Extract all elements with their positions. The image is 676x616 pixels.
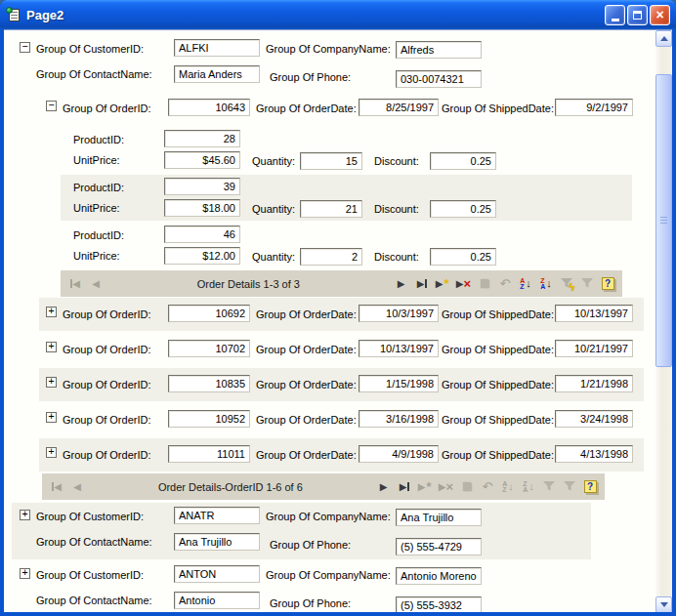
order-id-input[interactable] — [168, 410, 250, 428]
save-floppy-icon — [479, 278, 491, 289]
previous-record-button[interactable]: ◀ — [89, 275, 103, 293]
help-button[interactable]: ? — [583, 478, 597, 496]
order-id-label: Group Of OrderID: — [63, 308, 150, 320]
contact-name-input[interactable] — [174, 65, 260, 83]
scroll-down-button[interactable] — [655, 596, 672, 612]
order-date-input[interactable] — [359, 99, 439, 116]
next-record-button[interactable]: ▶ — [395, 275, 408, 293]
order-group-row: + Group Of OrderID: Group Of OrderDate: … — [4, 332, 655, 367]
delete-record-button[interactable]: ▶× — [456, 275, 471, 293]
customer-id-input[interactable] — [174, 507, 260, 524]
collapse-customer-button[interactable]: − — [20, 42, 30, 53]
shipped-date-input[interactable] — [555, 340, 633, 357]
product-id-input[interactable] — [164, 130, 240, 147]
shipped-date-input[interactable] — [555, 445, 633, 463]
discount-input[interactable] — [430, 248, 496, 266]
company-name-input[interactable] — [396, 41, 482, 59]
order-id-input[interactable] — [168, 340, 250, 357]
order-date-input[interactable] — [359, 410, 439, 428]
unit-price-input[interactable] — [164, 199, 240, 217]
company-name-input[interactable] — [396, 509, 482, 526]
shipped-date-input[interactable] — [555, 375, 633, 392]
quantity-label: Quantity: — [252, 251, 295, 263]
company-name-input[interactable] — [396, 567, 482, 585]
phone-input[interactable] — [396, 538, 482, 555]
customer-id-input[interactable] — [174, 565, 260, 583]
last-record-button[interactable]: ▶ — [415, 275, 429, 293]
order-date-input[interactable] — [359, 445, 439, 463]
filter-toggle-button[interactable] — [563, 478, 576, 496]
phone-input[interactable] — [396, 70, 482, 88]
expand-customer-button[interactable]: + — [20, 510, 30, 520]
expand-order-button[interactable]: + — [46, 342, 57, 352]
scrollbar-thumb[interactable] — [655, 74, 672, 367]
sort-ascending-button[interactable]: AZ ↓ — [501, 478, 515, 496]
order-id-input[interactable] — [168, 445, 250, 463]
order-id-input[interactable] — [168, 99, 250, 116]
discount-input[interactable] — [430, 152, 496, 170]
next-record-button[interactable]: ▶ — [377, 478, 391, 496]
unit-price-input[interactable] — [164, 151, 240, 169]
quantity-input[interactable] — [300, 200, 362, 218]
expand-order-button[interactable]: + — [46, 307, 57, 317]
order-id-label: Group Of OrderID: — [63, 344, 150, 355]
page-body: − Group Of CustomerID: Group Of CompanyN… — [4, 29, 672, 612]
expand-order-button[interactable]: + — [46, 412, 57, 423]
product-id-input[interactable] — [164, 226, 240, 243]
maximize-button[interactable] — [627, 5, 648, 25]
new-record-star-icon: * — [444, 277, 449, 290]
shipped-date-label: Group Of ShippedDate: — [442, 379, 554, 390]
order-date-input[interactable] — [359, 375, 439, 392]
order-id-input[interactable] — [168, 375, 250, 392]
filter-by-selection-button[interactable] — [542, 478, 556, 496]
first-record-button[interactable]: ◀ — [68, 275, 82, 293]
quantity-input[interactable] — [300, 248, 362, 266]
expand-order-button[interactable]: + — [46, 447, 57, 458]
contact-name-input[interactable] — [174, 533, 260, 551]
vertical-scrollbar[interactable] — [655, 30, 672, 612]
undo-button[interactable]: ↶ — [481, 478, 494, 496]
company-name-label: Group Of CompanyName: — [266, 43, 391, 55]
contact-name-input[interactable] — [174, 592, 260, 609]
previous-record-button[interactable]: ◀ — [70, 478, 84, 496]
sort-descending-button[interactable]: ZA ↓ — [522, 478, 535, 496]
product-id-label: ProductID: — [73, 229, 124, 241]
new-record-button[interactable]: ▶* — [418, 478, 432, 496]
expand-customer-button[interactable]: + — [20, 568, 30, 579]
filter-by-selection-button[interactable]: ϟ — [560, 275, 573, 293]
order-id-label: Group Of OrderID: — [63, 414, 150, 426]
sort-ascending-button[interactable]: AZ ↓ — [519, 275, 532, 293]
expand-order-button[interactable]: + — [46, 377, 57, 388]
collapse-order-button[interactable]: − — [46, 101, 57, 111]
product-id-input[interactable] — [164, 178, 240, 195]
discount-input[interactable] — [430, 200, 496, 218]
minimize-button[interactable] — [605, 5, 625, 25]
title-bar: Page2 × — [0, 0, 676, 29]
last-record-button[interactable]: ▶ — [398, 478, 411, 496]
customer-id-input[interactable] — [174, 39, 260, 57]
order-date-label: Group Of OrderDate: — [256, 414, 357, 426]
phone-input[interactable] — [396, 596, 482, 612]
sort-descending-button[interactable]: ZA ↓ — [539, 275, 553, 293]
unit-price-input[interactable] — [164, 247, 240, 265]
shipped-date-input[interactable] — [555, 305, 633, 322]
close-button[interactable]: × — [650, 5, 670, 25]
order-date-input[interactable] — [359, 340, 439, 357]
save-record-button[interactable] — [478, 275, 491, 293]
scroll-up-button[interactable] — [655, 30, 672, 47]
save-record-button[interactable] — [460, 478, 474, 496]
undo-button[interactable]: ↶ — [498, 275, 512, 293]
quantity-input[interactable] — [300, 152, 362, 170]
window-title: Page2 — [26, 8, 63, 22]
order-id-input[interactable] — [168, 305, 250, 322]
filter-toggle-button[interactable] — [580, 275, 594, 293]
shipped-date-input[interactable] — [555, 99, 633, 116]
help-button[interactable]: ? — [601, 275, 614, 293]
phone-label: Group Of Phone: — [270, 539, 351, 551]
first-record-button[interactable]: ◀ — [50, 478, 63, 496]
order-detail-row: ProductID: UnitPrice: Quantity: Discount… — [4, 222, 655, 269]
shipped-date-input[interactable] — [555, 410, 633, 428]
new-record-button[interactable]: ▶* — [436, 275, 449, 293]
order-date-input[interactable] — [359, 305, 439, 322]
delete-record-button[interactable]: ▶× — [439, 478, 453, 496]
